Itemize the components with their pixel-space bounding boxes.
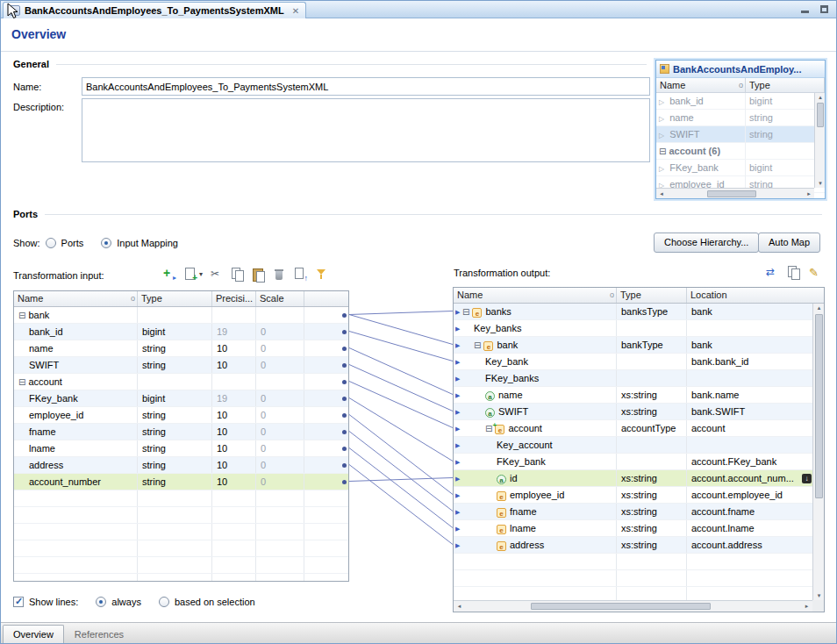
connection-arrow-icon[interactable]: ▶: [455, 426, 460, 433]
input-port-row[interactable]: employee_idstring100: [14, 407, 348, 424]
connection-arrow-icon[interactable]: ▶: [455, 392, 460, 399]
hierarchy-row[interactable]: ▷SWIFTstring: [656, 126, 825, 143]
ports-radio[interactable]: [46, 238, 56, 248]
connection-point[interactable]: [342, 463, 347, 468]
scroll-right-icon[interactable]: ▸: [801, 602, 812, 611]
collapse-icon[interactable]: ⊟: [485, 424, 492, 433]
location-detail-icon[interactable]: ↓: [802, 474, 812, 483]
connection-point[interactable]: [342, 480, 347, 484]
connection-arrow-icon[interactable]: ▶: [455, 326, 460, 333]
expand-icon[interactable]: ▷: [659, 165, 664, 173]
output-port-row[interactable]: ▶eemployee_idxs:stringaccount.employee_i…: [454, 487, 824, 504]
output-port-row[interactable]: ▶FKey_banks: [454, 370, 824, 387]
input-port-row[interactable]: FKey_bankbigint190: [14, 390, 348, 407]
add-port-icon[interactable]: [161, 267, 176, 282]
vertical-scrollbar[interactable]: ▴ ▾: [814, 93, 825, 188]
column-header-name[interactable]: Name: [454, 288, 617, 303]
connection-point[interactable]: [342, 413, 347, 418]
input-mapping-radio-label[interactable]: Input Mapping: [117, 238, 178, 248]
connection-arrow-icon[interactable]: ▶: [455, 359, 460, 366]
hierarchy-row[interactable]: ▷namestring: [656, 110, 825, 126]
input-port-row[interactable]: account_numberstring100: [14, 474, 348, 490]
collapse-icon[interactable]: ⊟: [474, 340, 481, 350]
copy-icon[interactable]: [230, 267, 245, 282]
always-radio[interactable]: [96, 597, 106, 607]
expand-icon[interactable]: ▷: [659, 115, 664, 123]
connection-point[interactable]: [342, 363, 347, 368]
output-port-row[interactable]: ▶FKey_bankaccount.FKey_bank: [454, 454, 824, 470]
auto-map-button[interactable]: Auto Map: [758, 233, 820, 253]
column-header-name[interactable]: Name: [656, 78, 746, 92]
connection-point[interactable]: [342, 380, 347, 384]
connection-arrow-icon[interactable]: ▶: [455, 492, 460, 499]
output-port-row[interactable]: ▶Key_account: [454, 437, 824, 454]
collapse-icon[interactable]: ⊟: [659, 147, 666, 156]
connection-arrow-icon[interactable]: ▶: [455, 342, 460, 349]
hierarchy-row[interactable]: ▷FKey_bankbigint: [656, 160, 825, 176]
delete-icon[interactable]: [272, 267, 287, 282]
hierarchy-row[interactable]: ⊟account (6): [656, 143, 825, 160]
connection-arrow-icon[interactable]: ▶: [455, 376, 460, 383]
column-header-location[interactable]: Location: [687, 288, 824, 303]
connection-point[interactable]: [342, 430, 347, 434]
horizontal-scrollbar[interactable]: ◂ ▸: [656, 188, 814, 198]
input-port-row[interactable]: lnamestring100: [14, 440, 348, 457]
scrollbar-thumb[interactable]: [815, 314, 823, 498]
connection-arrow-icon[interactable]: ▶: [455, 476, 460, 483]
scrollbar-thumb[interactable]: [707, 190, 756, 197]
maximize-icon[interactable]: [819, 4, 829, 14]
connection-point[interactable]: [342, 347, 347, 351]
output-port-row[interactable]: ▶eaddressxs:stringaccount.address: [454, 537, 824, 554]
scroll-right-icon[interactable]: ▸: [804, 190, 814, 198]
input-mapping-radio[interactable]: [101, 238, 111, 248]
connection-arrow-icon[interactable]: ▶: [455, 442, 460, 449]
connection-point[interactable]: [342, 447, 347, 451]
connection-point[interactable]: [342, 397, 347, 401]
output-port-row[interactable]: ▶efnamexs:stringaccount.fname: [454, 504, 824, 520]
close-tab-icon[interactable]: ✕: [292, 6, 299, 16]
collapse-icon[interactable]: ⊟: [18, 311, 25, 320]
ports-radio-label[interactable]: Ports: [61, 238, 84, 248]
output-port-row[interactable]: ▶⊟ebankbankTypebank: [454, 337, 824, 354]
new-port-icon[interactable]: [182, 267, 197, 282]
hierarchy-row[interactable]: ▷bank_idbigint: [656, 93, 825, 110]
expand-icon[interactable]: ▷: [659, 98, 664, 106]
edit-icon[interactable]: [807, 265, 822, 280]
paste-icon[interactable]: [251, 267, 266, 282]
vertical-scrollbar[interactable]: ▴ ▾: [812, 304, 824, 600]
horizontal-scrollbar[interactable]: ◂ ▸: [454, 600, 812, 612]
output-port-row[interactable]: ▶elnamexs:stringaccount.lname: [454, 520, 824, 537]
filter-icon[interactable]: [314, 267, 329, 282]
based-on-selection-radio-label[interactable]: based on selection: [175, 597, 255, 607]
input-port-row[interactable]: ⊟account: [14, 374, 348, 390]
column-header-type[interactable]: Type: [138, 291, 212, 306]
column-header-precision[interactable]: Precisi...: [212, 291, 256, 306]
new-port-dropdown-icon[interactable]: ▾: [199, 270, 203, 278]
minimize-icon[interactable]: [800, 4, 810, 14]
connection-arrow-icon[interactable]: ▶: [455, 409, 460, 416]
map-ports-icon[interactable]: [765, 265, 780, 280]
connection-arrow-icon[interactable]: ▶: [455, 459, 460, 466]
input-port-row[interactable]: fnamestring100: [14, 424, 348, 440]
column-header-type[interactable]: Type: [746, 78, 825, 92]
output-port-row[interactable]: ▶aidxs:stringaccount.account_num...↓: [454, 470, 824, 487]
expand-icon[interactable]: ▷: [659, 132, 664, 140]
tab-references[interactable]: References: [64, 625, 134, 643]
output-port-row[interactable]: ▶Key_banks: [454, 320, 824, 337]
column-header-type[interactable]: Type: [617, 288, 687, 303]
connection-point[interactable]: [342, 330, 347, 334]
connection-arrow-icon[interactable]: ▶: [455, 526, 460, 533]
input-port-row[interactable]: ⊟bank: [14, 307, 348, 324]
output-port-row[interactable]: ▶aSWIFTxs:stringbank.SWIFT: [454, 404, 824, 420]
column-header-name[interactable]: Name: [14, 291, 138, 306]
scroll-down-icon[interactable]: ▾: [813, 591, 825, 600]
column-header-scale[interactable]: Scale: [256, 291, 304, 306]
scrollbar-thumb[interactable]: [531, 603, 711, 610]
cut-icon[interactable]: [209, 267, 224, 282]
description-field[interactable]: [82, 98, 650, 162]
tab-overview[interactable]: Overview: [3, 625, 64, 643]
export-icon[interactable]: [293, 267, 308, 282]
scrollbar-thumb[interactable]: [817, 103, 824, 127]
copy-icon[interactable]: [786, 265, 801, 280]
scroll-down-icon[interactable]: ▾: [815, 179, 826, 188]
